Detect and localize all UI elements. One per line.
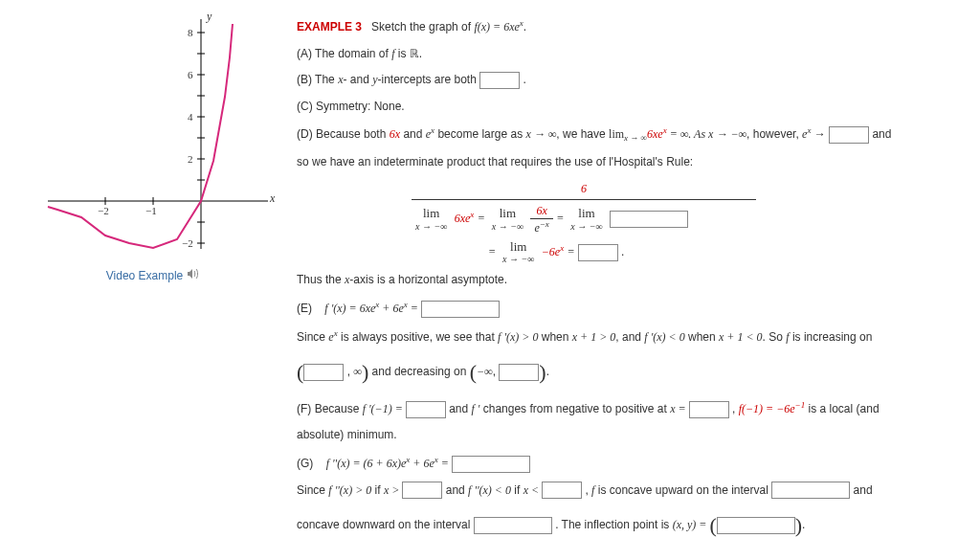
- A-set: ℝ: [410, 47, 419, 60]
- y-axis-label: y: [207, 10, 212, 24]
- part-B: (B) The x- and y-intercepts are both .: [297, 70, 961, 91]
- G-eq: =: [438, 457, 452, 470]
- part-A: (A) The domain of f is ℝ.: [297, 44, 961, 65]
- eq1: =: [478, 212, 488, 225]
- E-cond2: x + 1 < 0: [719, 330, 763, 344]
- Dc2: -axis is a horizontal asymptote.: [349, 273, 507, 286]
- E2e: when: [685, 330, 719, 344]
- G-andtail: and: [854, 483, 873, 497]
- G-xy: (x, y) =: [673, 518, 710, 531]
- F-fneg1: f(−1) = −6e: [739, 402, 795, 415]
- G-xgt-input[interactable]: [402, 482, 442, 499]
- G-if2: if: [511, 483, 523, 497]
- G-inflect: . The inflection point is: [555, 518, 673, 531]
- D-topred: 6: [581, 182, 587, 195]
- E-neginf: −∞: [477, 365, 493, 378]
- D1b: and: [400, 127, 426, 141]
- frac-6x-over-eminusx: 6x e−x: [530, 204, 552, 235]
- G-fpplt: f ''(x) < 0: [468, 483, 511, 497]
- D-final-limit-input[interactable]: [578, 244, 618, 261]
- lim1-expr: 6xe: [455, 212, 471, 225]
- lhospital-block: 6 limx → −∞ 6xex = limx → −∞ 6x e−x = li…: [412, 179, 961, 265]
- D1f: →: [811, 127, 829, 141]
- D-6x: 6x: [390, 127, 400, 141]
- part-F: (F) Because f '(−1) = and f ' changes fr…: [297, 397, 961, 420]
- prompt-prefix: Sketch the graph of: [371, 20, 474, 34]
- tick-x-neg1: −1: [145, 205, 157, 216]
- D-xto: x → ∞: [525, 127, 556, 141]
- E-inf: ∞: [353, 365, 362, 378]
- G-up-interval-input[interactable]: [771, 482, 850, 499]
- lim1: limx → −∞: [415, 207, 447, 231]
- E-fpx2: f '(x) < 0: [644, 330, 684, 344]
- F-xeq: x =: [670, 402, 688, 415]
- G-fpp-input[interactable]: [452, 456, 530, 473]
- D1a: (D) Because both: [297, 127, 390, 141]
- D1c: become large as: [434, 127, 525, 141]
- Dc1: Thus the: [297, 273, 345, 286]
- x-axis-label: x: [270, 191, 275, 206]
- tick-y-2: 2: [188, 153, 193, 165]
- E2b: is always positive, we see that: [338, 330, 498, 344]
- D-limexpr: 6xe: [647, 127, 663, 141]
- E-cond1: x + 1 > 0: [572, 330, 616, 344]
- D-limit-input[interactable]: [829, 126, 869, 144]
- D-frac-input[interactable]: [610, 211, 688, 228]
- E2f: . So: [763, 330, 787, 344]
- E2g: is increasing on: [790, 330, 873, 344]
- E-fprime-input[interactable]: [421, 301, 500, 318]
- example-header: EXAMPLE 3 Sketch the graph of f(x) = 6xe…: [297, 15, 961, 38]
- prompt-fn: f(x) = 6xe: [474, 20, 519, 34]
- A-prefix: (A) The domain of: [297, 47, 391, 60]
- G-xlt-input[interactable]: [542, 482, 582, 499]
- example-label: EXAMPLE 3: [297, 20, 362, 34]
- content-column: EXAMPLE 3 Sketch the graph of f(x) = 6xe…: [287, 10, 961, 538]
- D-neg6exexp: x: [560, 243, 564, 253]
- G-since: Since: [297, 483, 328, 497]
- F-mid2: changes from negative to positive at: [479, 402, 670, 415]
- B-prefix: (B) The: [297, 73, 338, 86]
- G-inflection-input[interactable]: [717, 517, 795, 534]
- G-if1: if: [371, 483, 384, 497]
- E-dec-upper-input[interactable]: [499, 364, 539, 381]
- graph: y x −2 −1 2 4 6 8 −2: [29, 10, 278, 258]
- D-lim: lim: [609, 127, 624, 141]
- G-label: (G): [297, 457, 313, 470]
- D-xtoneg: x → −∞: [708, 127, 746, 141]
- E-plus: + 6e: [379, 302, 403, 315]
- F-fpneg1: f '(−1) =: [363, 402, 406, 415]
- G-fppgt: f ''(x) > 0: [328, 483, 371, 497]
- D-limsub: x → ∞: [624, 134, 647, 144]
- speaker-icon: [187, 268, 200, 282]
- part-D-line2: so we have an indeterminate product that…: [297, 152, 961, 173]
- E2d: , and: [615, 330, 644, 344]
- G-and: and: [446, 483, 468, 497]
- F-mid1: and: [449, 402, 471, 415]
- B-mid2: -intercepts are both: [377, 73, 479, 86]
- A-suffix: .: [419, 47, 422, 60]
- frac-num: 6x: [536, 204, 546, 217]
- F-x-input[interactable]: [689, 401, 729, 418]
- E-inc-lower-input[interactable]: [303, 364, 344, 381]
- eq3: =: [488, 245, 499, 258]
- prompt-suffix: .: [523, 20, 526, 34]
- part-C: (C) Symmetry: None.: [297, 97, 961, 118]
- lim2: limx → −∞: [492, 207, 523, 231]
- G-concup: is concave upward on the interval: [594, 483, 771, 497]
- F-fpneg1-input[interactable]: [406, 401, 446, 418]
- F-prefix: (F) Because: [297, 402, 363, 415]
- E-eq: =: [408, 302, 421, 315]
- E-fpx: f '(x) > 0: [498, 330, 538, 344]
- D-neg6ex: −6e: [542, 245, 560, 258]
- A-mid: is: [395, 47, 410, 60]
- B-mid1: - and: [343, 73, 372, 86]
- E2a: Since: [297, 330, 328, 344]
- E-fprime: f '(x) = 6xe: [324, 302, 375, 315]
- D1e: , however,: [746, 127, 802, 141]
- B-intercept-input[interactable]: [479, 72, 520, 89]
- video-example-link[interactable]: Video Example: [106, 268, 201, 282]
- part-E-intervals: ( , ∞) and decreasing on (−∞, ).: [297, 353, 961, 392]
- eq4: =: [568, 245, 578, 258]
- G-down-interval-input[interactable]: [474, 517, 552, 534]
- G-comma: ,: [582, 483, 591, 497]
